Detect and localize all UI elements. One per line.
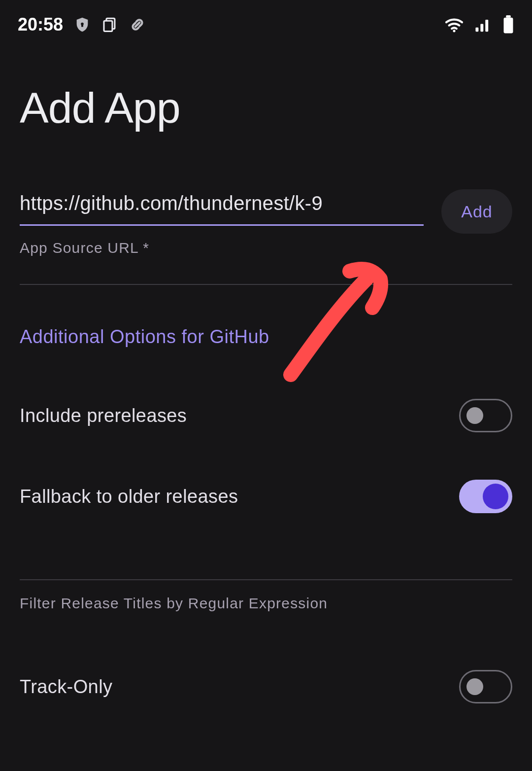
svg-rect-10 [504, 18, 513, 34]
app-source-url-input[interactable] [20, 192, 424, 226]
app-source-url-caption: App Source URL * [20, 240, 424, 256]
svg-point-4 [453, 30, 455, 32]
include-prereleases-label: Include prereleases [20, 405, 187, 426]
filter-regex-caption: Filter Release Titles by Regular Express… [20, 595, 512, 612]
divider [20, 284, 512, 285]
svg-rect-7 [485, 20, 488, 32]
fallback-older-toggle[interactable] [459, 480, 512, 513]
shield-lock-icon [74, 16, 91, 34]
fallback-older-row: Fallback to older releases [20, 466, 512, 527]
section-heading-github-options: Additional Options for GitHub [20, 326, 512, 348]
link-icon [129, 16, 146, 33]
fallback-older-label: Fallback to older releases [20, 486, 238, 507]
battery-icon [502, 15, 514, 34]
include-prereleases-row: Include prereleases [20, 385, 512, 446]
svg-rect-6 [480, 24, 483, 32]
track-only-toggle[interactable] [459, 670, 512, 703]
wifi-icon [444, 17, 464, 33]
signal-icon [475, 17, 492, 33]
svg-rect-3 [104, 21, 112, 31]
track-only-row: Track-Only [20, 656, 512, 717]
svg-rect-5 [475, 28, 478, 32]
add-button[interactable]: Add [441, 189, 512, 234]
svg-rect-1 [81, 25, 83, 27]
page-title: Add App [20, 83, 512, 133]
status-bar: 20:58 [0, 0, 532, 43]
track-only-label: Track-Only [20, 676, 112, 698]
copy-icon [101, 16, 118, 34]
status-time: 20:58 [18, 14, 63, 35]
svg-rect-9 [506, 15, 511, 18]
include-prereleases-toggle[interactable] [459, 399, 512, 432]
filter-regex-field[interactable]: Filter Release Titles by Regular Express… [20, 579, 512, 612]
